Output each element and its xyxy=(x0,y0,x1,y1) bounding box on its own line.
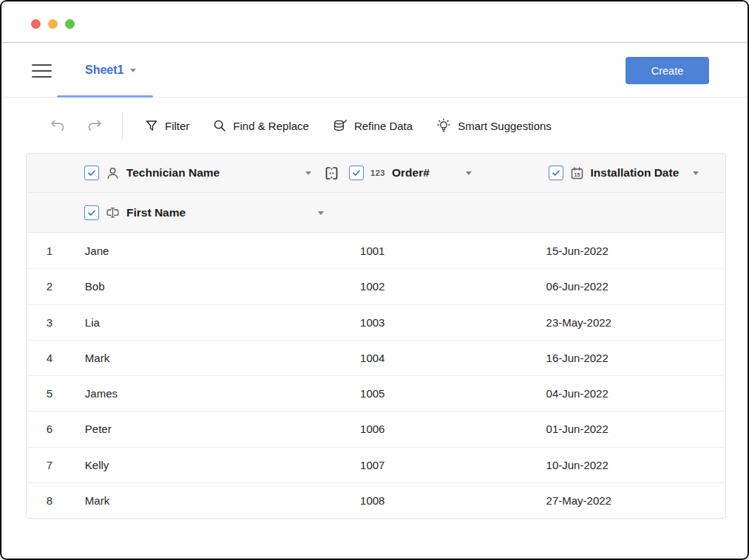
sub-header-row: First Name xyxy=(27,193,725,233)
date-cell[interactable]: 23-May-2022 xyxy=(534,316,725,329)
column-header-technician-name[interactable]: Technician Name xyxy=(72,154,336,192)
active-tab-underline xyxy=(57,95,153,98)
number-type-icon: 123 xyxy=(370,168,385,177)
minimize-window-button[interactable] xyxy=(48,19,58,29)
checkbox-order[interactable] xyxy=(349,165,364,180)
order-cell[interactable]: 1006 xyxy=(336,423,533,435)
person-icon xyxy=(106,166,120,180)
data-table: Technician Name 123 Order# xyxy=(26,153,726,519)
table-row: 8Mark100827-May-2022 xyxy=(27,483,725,518)
table-row: 4Mark100416-Jun-2022 xyxy=(27,341,725,376)
checkbox-first-name[interactable] xyxy=(84,205,99,220)
date-cell[interactable]: 10-Jun-2022 xyxy=(534,459,725,471)
tab-sheet1[interactable]: Sheet1 xyxy=(85,44,136,97)
date-cell[interactable]: 01-Jun-2022 xyxy=(534,423,725,435)
table-body: 1Jane100115-Jun-20222Bob100206-Jun-20223… xyxy=(27,233,725,518)
sheet-tab-label: Sheet1 xyxy=(85,64,123,77)
column-label: First Name xyxy=(126,206,186,219)
first-name-cell[interactable]: Bob xyxy=(72,280,336,293)
maximize-window-button[interactable] xyxy=(65,19,75,29)
refine-data-label: Refine Data xyxy=(354,120,413,132)
order-cell[interactable]: 1003 xyxy=(336,316,533,329)
smart-suggestions-button[interactable]: Smart Suggestions xyxy=(436,118,552,133)
svg-text:15: 15 xyxy=(574,171,580,177)
first-name-cell[interactable]: Peter xyxy=(72,423,336,435)
toolbar: Filter Find & Replace xyxy=(1,98,748,153)
column-label: Order# xyxy=(392,166,430,180)
text-type-icon xyxy=(106,205,120,219)
app-window: Sheet1 Create Filter xyxy=(0,0,749,560)
row-number-cell[interactable]: 3 xyxy=(27,316,72,329)
row-number-cell[interactable]: 4 xyxy=(27,352,72,364)
row-number-cell[interactable]: 6 xyxy=(27,423,72,435)
lightbulb-icon xyxy=(436,118,451,133)
table-row: 3Lia100323-May-2022 xyxy=(27,305,725,341)
table-row: 6Peter100601-Jun-2022 xyxy=(27,412,725,447)
filter-button[interactable]: Filter xyxy=(145,119,189,132)
first-name-cell[interactable]: Mark xyxy=(72,494,336,507)
table-row: 5James100504-Jun-2022 xyxy=(27,376,725,412)
column-header-installation-date[interactable]: 15 Installation Date xyxy=(534,154,725,192)
first-name-cell[interactable]: Mark xyxy=(72,352,336,364)
checkbox-installation-date[interactable] xyxy=(549,165,563,180)
column-menu-chevron-icon[interactable] xyxy=(305,171,311,175)
column-header-row: Technician Name 123 Order# xyxy=(27,154,725,193)
magnifier-icon xyxy=(213,119,226,132)
date-cell[interactable]: 04-Jun-2022 xyxy=(534,387,725,400)
order-cell[interactable]: 1008 xyxy=(336,494,533,507)
row-number-cell[interactable]: 1 xyxy=(27,245,72,257)
column-header-first-name[interactable]: First Name xyxy=(72,193,336,232)
toolbar-divider xyxy=(122,112,123,140)
find-replace-button[interactable]: Find & Replace xyxy=(213,119,309,132)
first-name-cell[interactable]: Lia xyxy=(72,316,336,329)
filter-funnel-icon xyxy=(145,119,158,132)
date-cell[interactable]: 15-Jun-2022 xyxy=(534,245,725,257)
create-button[interactable]: Create xyxy=(626,57,709,84)
column-label: Installation Date xyxy=(591,166,679,180)
hamburger-menu-icon[interactable] xyxy=(32,64,52,78)
date-cell[interactable]: 27-May-2022 xyxy=(534,494,725,507)
column-menu-chevron-icon[interactable] xyxy=(693,171,699,175)
table-row: 7Kelly100710-Jun-2022 xyxy=(27,448,725,483)
database-icon xyxy=(333,119,348,133)
order-cell[interactable]: 1007 xyxy=(336,459,533,471)
column-header-order[interactable]: 123 Order# xyxy=(336,154,533,192)
order-cell[interactable]: 1001 xyxy=(336,245,533,257)
table-row: 1Jane100115-Jun-2022 xyxy=(27,233,725,269)
first-name-cell[interactable]: Kelly xyxy=(72,459,336,471)
refine-data-button[interactable]: Refine Data xyxy=(333,119,413,133)
smart-suggestions-label: Smart Suggestions xyxy=(458,120,552,132)
date-cell[interactable]: 06-Jun-2022 xyxy=(534,280,725,293)
table-row: 2Bob100206-Jun-2022 xyxy=(27,269,725,304)
window-titlebar xyxy=(1,1,748,43)
split-column-icon[interactable] xyxy=(324,165,339,184)
order-cell[interactable]: 1002 xyxy=(336,280,533,293)
order-cell[interactable]: 1005 xyxy=(336,387,533,400)
filter-label: Filter xyxy=(165,120,189,132)
order-cell[interactable]: 1004 xyxy=(336,352,533,364)
column-menu-chevron-icon[interactable] xyxy=(318,211,324,215)
checkbox-technician-name[interactable] xyxy=(84,165,99,180)
row-number-cell[interactable]: 7 xyxy=(27,459,72,471)
calendar-icon: 15 xyxy=(570,166,584,180)
column-menu-chevron-icon[interactable] xyxy=(466,171,472,175)
first-name-cell[interactable]: James xyxy=(72,387,336,400)
row-number-cell[interactable]: 8 xyxy=(27,494,72,507)
date-cell[interactable]: 16-Jun-2022 xyxy=(534,352,725,364)
first-name-cell[interactable]: Jane xyxy=(72,245,336,257)
find-replace-label: Find & Replace xyxy=(233,120,309,132)
close-window-button[interactable] xyxy=(31,19,41,29)
column-label: Technician Name xyxy=(126,166,220,180)
row-number-header-spacer xyxy=(27,193,72,232)
redo-icon[interactable] xyxy=(85,117,104,134)
row-number-cell[interactable]: 2 xyxy=(27,280,72,293)
undo-icon[interactable] xyxy=(48,117,67,134)
chevron-down-icon xyxy=(130,69,136,72)
row-number-cell[interactable]: 5 xyxy=(27,387,72,400)
app-header: Sheet1 Create xyxy=(1,44,748,98)
row-number-header-spacer xyxy=(27,154,72,192)
